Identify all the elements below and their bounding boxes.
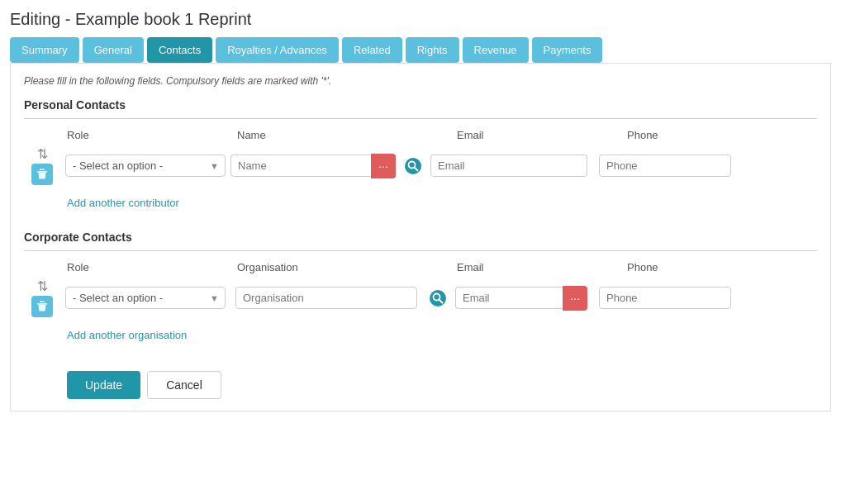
tab-revenue[interactable]: Revenue [463, 37, 529, 63]
col-header-name: Name [237, 129, 427, 141]
col-header-organisation: Organisation [237, 261, 427, 273]
corporate-search-btn[interactable] [425, 289, 450, 307]
tab-contacts[interactable]: Contacts [147, 37, 212, 63]
add-organisation-link[interactable]: Add another organisation [67, 329, 187, 341]
personal-role-select[interactable]: - Select an option - [65, 155, 226, 177]
corporate-email-input[interactable] [455, 287, 563, 309]
svg-rect-6 [40, 302, 45, 303]
col-header-phone: Phone [627, 129, 767, 141]
corporate-role-select-wrapper: - Select an option - ▼ [65, 287, 226, 309]
svg-rect-0 [37, 171, 47, 173]
col-header-org-role: Role [67, 261, 232, 273]
search-circle-icon [404, 157, 422, 175]
corp-row-controls: ⇅ [24, 278, 60, 317]
tab-bar: Summary General Contacts Royalties / Adv… [10, 37, 831, 63]
delete-personal-btn[interactable] [31, 164, 53, 185]
svg-point-2 [405, 158, 421, 174]
col-header-email: Email [457, 129, 622, 141]
corporate-contact-row: ⇅ - Select an option - ▼ [24, 278, 817, 317]
svg-rect-5 [37, 303, 47, 305]
name-input-wrapper: ··· [230, 154, 396, 178]
action-buttons: Update Cancel [24, 371, 817, 399]
corporate-role-select[interactable]: - Select an option - [65, 287, 226, 309]
col-header-corp-phone: Phone [627, 261, 767, 273]
personal-email-input[interactable] [430, 155, 587, 177]
svg-point-7 [430, 290, 446, 307]
corporate-contacts-section: Corporate Contacts Role Organisation Ema… [24, 231, 817, 354]
corporate-phone-input[interactable] [599, 287, 731, 309]
tab-rights[interactable]: Rights [406, 37, 459, 63]
cancel-button[interactable]: Cancel [147, 371, 221, 399]
personal-phone-input[interactable] [599, 155, 731, 177]
corporate-contacts-headers: Role Organisation Email Phone [24, 261, 817, 273]
trash-icon [36, 169, 48, 180]
tab-royalties[interactable]: Royalties / Advances [216, 37, 339, 63]
tab-related[interactable]: Related [342, 37, 402, 63]
col-header-role: Role [67, 129, 232, 141]
info-text: Please fill in the following fields. Com… [24, 75, 817, 87]
personal-contacts-section: Personal Contacts Role Name Email Phone … [24, 98, 817, 222]
personal-role-select-wrapper: - Select an option - ▼ [65, 155, 226, 177]
organisation-input[interactable] [235, 287, 417, 309]
corp-sort-icon[interactable]: ⇅ [37, 278, 48, 294]
personal-contacts-headers: Role Name Email Phone [24, 129, 817, 141]
tab-summary[interactable]: Summary [10, 37, 79, 63]
sort-icon[interactable]: ⇅ [37, 146, 48, 162]
email-dots-btn[interactable]: ··· [563, 286, 587, 311]
email-dots-icon: ··· [570, 292, 580, 305]
tab-general[interactable]: General [83, 37, 144, 63]
personal-search-btn[interactable] [401, 157, 425, 175]
tab-payments[interactable]: Payments [532, 37, 603, 63]
col-header-corp-email: Email [457, 261, 622, 273]
row-controls: ⇅ [24, 146, 60, 185]
name-dots-btn[interactable]: ··· [371, 154, 396, 178]
corp-email-wrapper: ··· [455, 286, 587, 311]
corporate-contacts-title: Corporate Contacts [24, 231, 817, 244]
dots-icon: ··· [378, 159, 388, 173]
corp-search-circle-icon [429, 289, 447, 307]
svg-rect-1 [40, 169, 45, 171]
corp-trash-icon [36, 301, 48, 312]
add-contributor-link[interactable]: Add another contributor [67, 197, 179, 209]
delete-corporate-btn[interactable] [31, 296, 53, 317]
personal-name-input[interactable] [230, 155, 371, 177]
personal-contacts-title: Personal Contacts [24, 98, 817, 112]
update-button[interactable]: Update [67, 371, 140, 399]
page-title: Editing - Example book 1 Reprint [10, 10, 831, 29]
content-area: Please fill in the following fields. Com… [10, 63, 831, 411]
personal-contact-row: ⇅ - Select an option - ▼ [24, 146, 817, 185]
